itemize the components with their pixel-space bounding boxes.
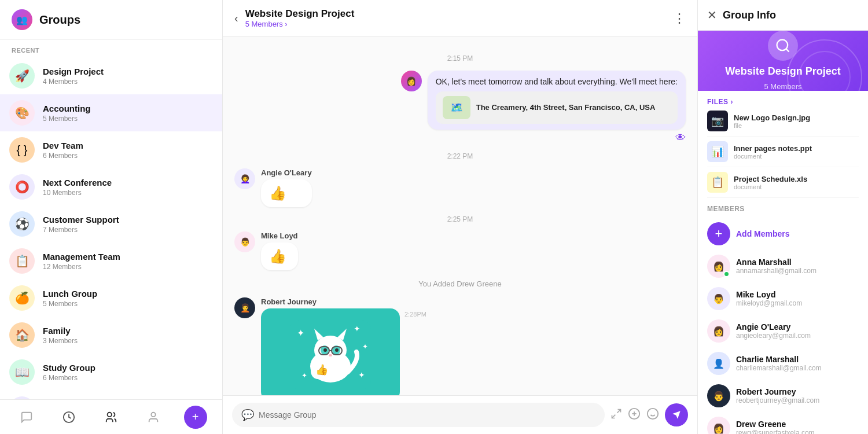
group-info-header: ✕ Group Info [698, 0, 868, 31]
emoji-icon[interactable] [646, 407, 659, 423]
message-seen: 👁 [428, 132, 686, 144]
group-item[interactable]: 🔗 Freelance Project 4 Members [0, 391, 222, 399]
nav-contacts[interactable] [142, 406, 165, 429]
member-avatar: 👨 [707, 384, 730, 407]
group-info: Management Team 12 Members [43, 252, 213, 271]
message-emoji: 👍 [269, 248, 290, 264]
chat-title: Website Design Project [245, 8, 666, 20]
file-type: document [734, 153, 859, 160]
group-members-count: 10 Members [43, 189, 213, 197]
send-button[interactable] [665, 403, 688, 426]
group-avatar: 🚀 [9, 63, 35, 89]
message-row: 🧑‍🦱 Robert Journey ✦ ✦ ✦ ✦ ✦ [234, 297, 686, 395]
chat-area: ‹ Website Design Project 5 Members › ⋮ 2… [223, 0, 697, 434]
member-item: 👩 Drew Greene rewg@superfastxela.com [707, 412, 859, 434]
group-members-count: 12 Members [43, 263, 213, 271]
file-thumbnail: 📋 [707, 172, 728, 193]
svg-marker-33 [672, 411, 680, 418]
member-info: Angie O'Leary angieoleary@gmail.com [736, 322, 859, 340]
member-name: Mike Loyd [736, 290, 859, 299]
member-avatar: 👩 [707, 255, 730, 278]
svg-point-2 [151, 412, 155, 416]
map-card[interactable]: 🗺️ The Creamery, 4th Street, San Francis… [436, 91, 678, 124]
member-email: rewg@superfastxela.com [736, 429, 859, 434]
group-info: Dev Team 6 Members [43, 141, 213, 160]
system-message: You Added Drew Greene [234, 279, 686, 288]
chat-subtitle[interactable]: 5 Members › [245, 20, 666, 28]
group-info: Lunch Group 5 Members [43, 289, 213, 308]
file-item[interactable]: 📊 Inner pages notes.ppt document [707, 137, 859, 167]
svg-line-25 [612, 414, 616, 418]
svg-text:✦: ✦ [362, 343, 368, 351]
group-item[interactable]: 📖 Study Group 6 Members [0, 354, 222, 391]
files-list: 📷 New Logo Design.jpg file 📊 Inner pages… [707, 106, 859, 198]
message-content: Robert Journey ✦ ✦ ✦ ✦ ✦ [261, 297, 426, 395]
svg-text:👍: 👍 [315, 363, 329, 376]
member-item: 👩 Anna Marshall annamarshall@gmail.com [707, 250, 859, 282]
self-avatar: 👩 [401, 71, 422, 91]
group-name: Family [43, 326, 213, 336]
file-type: file [734, 122, 859, 129]
message-row: 👩‍🦱 Angie O'Leary 👍 [234, 168, 686, 207]
group-item[interactable]: 🚀 Design Project 4 Members [0, 57, 222, 94]
group-info-title: Group Info [723, 9, 776, 21]
file-info: New Logo Design.jpg file [734, 113, 859, 129]
recent-label: RECENT [0, 40, 222, 57]
nav-history[interactable] [57, 406, 80, 429]
group-members-count: 4 Members [43, 78, 213, 86]
group-item[interactable]: 🏠 Family 3 Members [0, 317, 222, 354]
nav-add[interactable]: + [184, 406, 207, 429]
group-name: Dev Team [43, 141, 213, 150]
svg-text:✦: ✦ [354, 324, 361, 333]
file-info: Inner pages notes.ppt document [734, 144, 859, 160]
back-button[interactable]: ‹ [234, 12, 238, 25]
map-address: The Creamery, 4th Street, San Francisco,… [476, 103, 656, 112]
files-section: FILES › 📷 New Logo Design.jpg file 📊 Inn… [698, 91, 868, 434]
svg-text:✦: ✦ [358, 370, 365, 380]
message-bubble: 👍 [261, 242, 298, 270]
expand-icon[interactable] [610, 408, 622, 422]
member-info: Mike Loyd mikeloyd@gmail.com [736, 290, 859, 307]
file-info: Project Schedule.xls document [734, 175, 859, 190]
add-attachment-icon[interactable] [628, 407, 641, 423]
groups-list: RECENT 🚀 Design Project 4 Members 🎨 Acco… [0, 40, 222, 399]
member-name: Angie O'Leary [736, 322, 859, 332]
message-input[interactable] [259, 410, 595, 420]
nav-groups[interactable] [100, 406, 123, 429]
member-email: annamarshall@gmail.com [736, 267, 859, 275]
message-content: OK, let's meet tomorrow and talk about e… [428, 71, 686, 144]
sender-name: Mike Loyd [261, 231, 298, 240]
close-button[interactable]: ✕ [707, 8, 717, 22]
message-emoji: 👍 [269, 185, 304, 201]
bottom-nav: + [0, 399, 222, 434]
group-info: Study Group 6 Members [43, 363, 213, 382]
file-item[interactable]: 📋 Project Schedule.xls document [707, 167, 859, 198]
member-info: Anna Marshall annamarshall@gmail.com [736, 258, 859, 275]
svg-point-29 [648, 408, 658, 418]
more-options-button[interactable]: ⋮ [673, 11, 686, 26]
add-members-label: Add Members [736, 229, 790, 238]
members-label: MEMBERS [707, 205, 859, 213]
group-name: Accounting [43, 104, 213, 113]
group-item[interactable]: { } Dev Team 6 Members [0, 131, 222, 168]
group-item[interactable]: ⭕ Next Conference 10 Members [0, 168, 222, 205]
message-text: OK, let's meet tomorrow and talk about e… [436, 76, 678, 88]
message-input-wrap: 💬 [232, 403, 605, 427]
sender-avatar: 👩‍🦱 [234, 168, 255, 189]
message-bubble: OK, let's meet tomorrow and talk about e… [428, 71, 686, 130]
member-name: Robert Journey [736, 387, 859, 396]
group-info: Accounting 5 Members [43, 104, 213, 123]
add-members-button[interactable]: + Add Members [707, 218, 859, 250]
member-avatar: 👤 [707, 352, 730, 375]
group-item[interactable]: 📋 Management Team 12 Members [0, 242, 222, 279]
group-item[interactable]: 🍊 Lunch Group 5 Members [0, 279, 222, 317]
group-item[interactable]: ⚽ Customer Support 7 Members [0, 205, 222, 242]
add-icon: + [707, 222, 730, 245]
group-name: Customer Support [43, 215, 213, 225]
group-name: Next Conference [43, 178, 213, 187]
chat-messages: 2:15 PM OK, let's meet tomorrow and talk… [223, 37, 697, 395]
group-avatar: 🍊 [9, 285, 35, 311]
group-item[interactable]: 🎨 Accounting 5 Members [0, 94, 222, 131]
nav-chat[interactable] [15, 406, 38, 429]
file-name: New Logo Design.jpg [734, 113, 859, 122]
